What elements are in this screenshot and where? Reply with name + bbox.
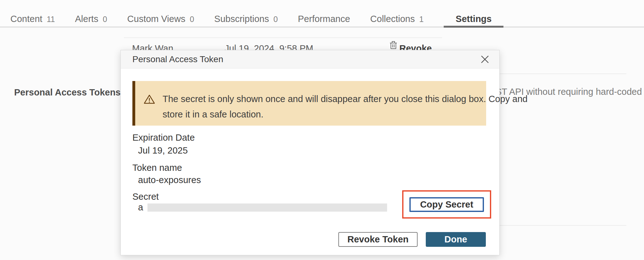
tab-label: Settings [456,14,491,24]
tab-content[interactable]: Content 11 [10,14,55,24]
tab-count: 1 [419,15,424,24]
section-label-personal-access-tokens: Personal Access Tokens [14,87,121,98]
screen: Content 11 Alerts 0 Custom Views 0 Subsc… [0,0,644,260]
secret-label: Secret [132,192,159,202]
expiration-date-label: Expiration Date [132,133,195,143]
tab-alerts[interactable]: Alerts 0 [75,14,107,24]
secret-value-row: a [138,202,387,213]
warning-text-line2: store it in a safe location. [163,107,528,122]
tab-label: Content [10,14,42,24]
tab-label: Subscriptions [214,14,269,24]
close-icon[interactable] [479,54,491,65]
tab-custom-views[interactable]: Custom Views 0 [127,14,194,24]
token-name-value: auto-exposures [138,175,201,185]
secret-visible-character: a [138,202,143,213]
warning-text-line1: The secret is only shown once and will d… [163,91,528,107]
tab-label: Performance [298,14,350,24]
tab-bar: Content 11 Alerts 0 Custom Views 0 Subsc… [0,0,644,28]
tab-settings[interactable]: Settings [444,14,503,24]
tab-subscriptions[interactable]: Subscriptions 0 [214,14,278,24]
copy-secret-annotation-box: Copy Secret [402,190,491,219]
tab-count: 11 [47,15,55,24]
revoke-token-button[interactable]: Revoke Token [338,232,418,247]
personal-access-token-dialog: Personal Access Token The sec [120,50,500,255]
dialog-title: Personal Access Token [132,54,479,64]
token-name-label: Token name [132,163,182,173]
warning-banner: The secret is only shown once and will d… [132,81,486,126]
tab-label: Alerts [75,14,98,24]
copy-secret-button[interactable]: Copy Secret [409,197,484,212]
warning-icon [144,94,155,126]
dialog-header: Personal Access Token [121,50,499,68]
tab-count: 0 [273,15,278,24]
warning-text: The secret is only shown once and will d… [163,91,528,126]
table-header-divider [124,37,442,38]
done-button[interactable]: Done [426,232,486,247]
tab-label: Collections [370,14,415,24]
secret-masked-bar [147,203,387,212]
tab-count: 0 [103,15,107,24]
trash-icon[interactable] [390,41,397,51]
expiration-date-value: Jul 19, 2025 [138,145,188,156]
tab-collections[interactable]: Collections 1 [370,14,424,24]
dialog-footer: Revoke Token Done [338,232,486,247]
tab-label: Custom Views [127,14,186,24]
tab-count: 0 [190,15,194,24]
tab-performance[interactable]: Performance [298,14,350,24]
